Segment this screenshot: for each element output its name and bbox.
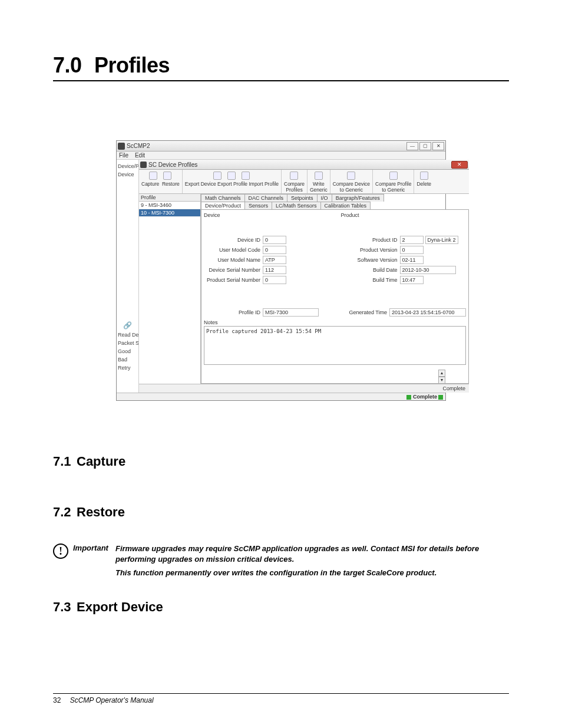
compare-profile-icon [389, 172, 398, 180]
section-restore: 7.2Restore [53, 505, 509, 520]
popup-close-button[interactable]: ✕ [451, 161, 468, 169]
outer-title-text: ScCMP2 [127, 143, 406, 149]
tb-compare-profiles[interactable]: CompareProfiles [282, 170, 308, 193]
product-section-label: Product [341, 212, 467, 218]
important-label: Important [73, 543, 108, 552]
device-serial-field[interactable]: 112 [263, 266, 286, 274]
compare-icon [290, 172, 298, 180]
scroll-up-icon[interactable]: ▴ [438, 370, 445, 377]
tab-io[interactable]: I/O [317, 194, 332, 202]
software-version-field[interactable]: 02-11 [400, 256, 424, 264]
menu-edit[interactable]: Edit [135, 152, 145, 159]
product-version-field[interactable]: 0 [400, 246, 424, 254]
build-date-field[interactable]: 2012-10-30 [400, 266, 456, 274]
toolbar: Capture Restore Export Device Export Pro… [139, 170, 469, 194]
user-model-name-field[interactable]: ATP [263, 256, 286, 264]
write-icon [315, 172, 323, 180]
tab-bargraph[interactable]: Bargraph/Features [332, 194, 384, 202]
build-time-field[interactable]: 10:47 [400, 276, 424, 284]
close-button[interactable]: ✕ [432, 142, 444, 150]
footer: 32 ScCMP Operator's Manual [53, 693, 509, 704]
tb-compare-profile-generic[interactable]: Compare Profileto Generic [373, 170, 414, 193]
rail-read: Read Dev [117, 331, 138, 339]
user-model-code-field[interactable]: 0 [263, 246, 286, 254]
tabs-row-1: Math Channels DAC Channels Setpoints I/O… [201, 194, 469, 202]
tab-lcmath[interactable]: LC/Math Sensors [272, 202, 321, 209]
tb-capture-restore[interactable]: Capture Restore [139, 170, 183, 193]
outer-status: Complete [117, 393, 445, 400]
import-profile-icon [242, 172, 250, 180]
compare-device-icon [347, 172, 355, 180]
rail-retry: Retry [117, 364, 138, 372]
export-device-icon [213, 172, 222, 180]
tb-write-generic[interactable]: WriteGeneric [308, 170, 330, 193]
important-icon: ! [53, 543, 68, 559]
rail-device: Device [117, 170, 138, 179]
page-number: 32 [53, 696, 61, 704]
popup-status: Complete [139, 384, 469, 393]
app-icon [118, 143, 125, 150]
minimize-button[interactable]: — [406, 142, 418, 150]
product-serial-field[interactable]: 0 [263, 276, 286, 284]
profile-item[interactable]: 9 - MSI-3460 [139, 202, 200, 209]
device-id-field[interactable]: 0 [263, 236, 286, 244]
section-export-device: 7.3Export Device [53, 599, 509, 615]
tab-sensors[interactable]: Sensors [244, 202, 272, 209]
left-rail: Device/P Device 🔗 Read Dev Packet St Goo… [117, 160, 139, 393]
screenshot: ScCMP2 — ▢ ✕ File Edit Device/P Device 🔗… [116, 140, 446, 401]
menu-file[interactable]: File [119, 152, 128, 159]
profile-list: Profile 9 - MSI-3460 10 - MSI-7300 [139, 194, 201, 384]
rail-device-p: Device/P [117, 162, 138, 170]
popup-title-text: SC Device Profiles [148, 162, 451, 168]
scroll-arrows[interactable]: ▴ ▾ [438, 370, 445, 384]
tb-export-import[interactable]: Export Device Export Profile Import Prof… [183, 170, 282, 193]
menubar: File Edit [117, 151, 445, 160]
outer-titlebar: ScCMP2 — ▢ ✕ [117, 141, 445, 151]
product-id-extra: Dyna-Link 2 [425, 236, 458, 244]
maximize-button[interactable]: ▢ [419, 142, 431, 150]
popup-titlebar: SC Device Profiles ✕ [139, 160, 469, 170]
rail-packet: Packet St [117, 339, 138, 347]
scroll-down-icon[interactable]: ▾ [438, 377, 445, 384]
status-indicator-icon [406, 395, 411, 400]
important-text-1: Firmware upgrades may require ScCMP appl… [115, 543, 509, 564]
restore-icon [163, 172, 171, 180]
rail-bad: Bad [117, 355, 138, 364]
tb-delete[interactable]: Delete [414, 170, 434, 193]
notes-field[interactable]: Profile captured 2013-04-23 15:54 PM [204, 326, 466, 365]
capture-icon [149, 172, 157, 180]
tab-setpoints[interactable]: Setpoints [287, 194, 318, 202]
generated-time-field[interactable]: 2013-04-23 15:54:15-0700 [389, 308, 466, 317]
profile-item-selected[interactable]: 10 - MSI-7300 [139, 209, 200, 217]
device-section-label: Device [204, 212, 329, 218]
tab-dac-channels[interactable]: DAC Channels [244, 194, 288, 202]
delete-icon [420, 172, 428, 180]
footer-doc-title: ScCMP Operator's Manual [70, 696, 154, 704]
important-note: ! Important Firmware upgrades may requir… [53, 543, 509, 582]
tab-device-product[interactable]: Device/Product [201, 202, 245, 209]
tab-math-channels[interactable]: Math Channels [201, 194, 245, 202]
rail-good: Good [117, 347, 138, 355]
tab-calibration[interactable]: Calibration Tables [320, 202, 371, 209]
product-id-field[interactable]: 2 [400, 236, 424, 244]
link-icon: 🔗 [117, 320, 138, 331]
important-text-2: This function permanently over writes th… [115, 568, 509, 578]
page-title: 7.0Profiles [53, 53, 509, 81]
tb-compare-device-generic[interactable]: Compare Deviceto Generic [330, 170, 373, 193]
tabs-row-2: Device/Product Sensors LC/Math Sensors C… [201, 202, 469, 209]
notes-label: Notes [204, 319, 466, 325]
popup-icon [140, 162, 147, 168]
tab-pane: Device Device ID0 User Model Code0 User … [201, 209, 469, 384]
profile-id-field[interactable]: MSI-7300 [263, 308, 319, 317]
section-capture: 7.1Capture [53, 454, 509, 469]
export-profile-icon [227, 172, 236, 180]
profile-list-header: Profile [139, 194, 200, 202]
